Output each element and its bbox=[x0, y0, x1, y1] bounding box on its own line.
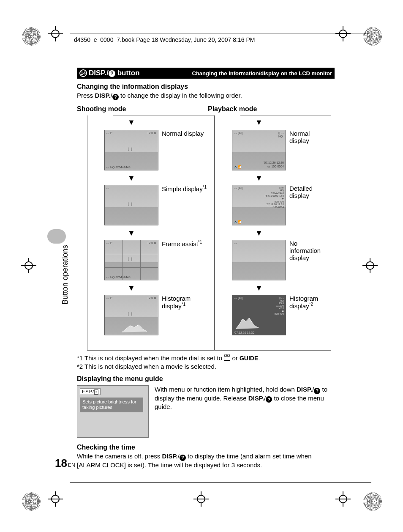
banner-title-part: button bbox=[115, 69, 140, 77]
crop-crosshair bbox=[49, 27, 62, 41]
screenshot-histogram-playback: ▭ [IN] ▯ ▭HQF5.61/1000+2.0✱ISO 400 '07.1… bbox=[232, 295, 286, 335]
screenshot-detailed-playback: ▭ [IN] ▯ ▭HQ3264×2448F5.6 1/1000 +2.0✱IS… bbox=[232, 185, 286, 225]
footer-rule bbox=[70, 482, 371, 483]
crop-starburst bbox=[363, 492, 382, 511]
label-histogram-display: Histogram display*2 bbox=[289, 295, 327, 310]
arrow-down-icon: ▼ bbox=[255, 284, 263, 293]
screenshot-normal-shooting: ▭ P +2.0 ⊛ [ ] ▭ HQ 3264×2448 bbox=[104, 130, 158, 170]
help-icon: ? bbox=[180, 455, 186, 461]
banner-title-part: DISP./ bbox=[89, 69, 109, 77]
banner-subtitle: Changing the information/display on the … bbox=[192, 70, 332, 77]
label-histogram-display: Histogram display*1 bbox=[162, 295, 211, 310]
crop-crosshair bbox=[194, 492, 208, 506]
crop-starburst bbox=[22, 27, 41, 46]
heading-checking-time: Checking the time bbox=[77, 444, 335, 451]
label-simple-display: Simple display*1 bbox=[162, 185, 207, 192]
arrow-down-icon: ▼ bbox=[128, 174, 135, 183]
footnotes: *1 This is not displayed when the mode d… bbox=[77, 354, 335, 371]
help-icon: ? bbox=[109, 70, 115, 77]
label-frame-assist: Frame assist*1 bbox=[162, 240, 202, 247]
screenshot-simple-shooting: ▭ [ ] bbox=[104, 185, 158, 225]
step-number-icon: 14 bbox=[79, 69, 87, 77]
heading-changing-info: Changing the information displays bbox=[77, 83, 335, 90]
instruction-text: Press DISP./? to change the display in t… bbox=[77, 91, 335, 100]
menu-guide-screenshot: ESP/• Sets picture brightness for taking… bbox=[77, 385, 149, 438]
screenshot-normal-playback: ▭ [IN] ▯ ▭HQ '07.12.26 12:30 ▭ 100-0004 … bbox=[232, 130, 286, 170]
arrow-down-icon: ▼ bbox=[128, 229, 135, 238]
help-icon: ? bbox=[112, 94, 119, 100]
menu-item-chip: ESP/• bbox=[80, 388, 101, 395]
header-text: d4350_e_0000_7.book Page 18 Wednesday, J… bbox=[74, 36, 255, 43]
label-normal-display: Normal display bbox=[289, 130, 327, 145]
crop-crosshair bbox=[363, 259, 377, 272]
sidebar-label: Button operations bbox=[61, 245, 70, 304]
heading-menu-guide: Displaying the menu guide bbox=[77, 375, 335, 383]
section-banner: 14 DISP./? button Changing the informati… bbox=[77, 68, 335, 79]
arrow-down-icon: ▼ bbox=[255, 174, 263, 183]
help-icon: ? bbox=[266, 396, 272, 403]
page-number: 18EN bbox=[55, 457, 75, 470]
arrow-down-icon: ▼ bbox=[255, 229, 263, 238]
display-cycle-diagram: ▼ ▭ P +2.0 ⊛ [ ] ▭ HQ 3264×2448 Normal d… bbox=[77, 115, 335, 351]
help-icon: ? bbox=[314, 388, 320, 394]
arrow-down-icon: ▼ bbox=[128, 118, 135, 127]
screenshot-no-info-playback: ▭ bbox=[232, 240, 286, 280]
label-normal-display: Normal display bbox=[162, 130, 204, 137]
menu-guide-desc: Sets picture brightness for taking pictu… bbox=[80, 398, 143, 412]
crop-crosshair bbox=[336, 492, 350, 506]
sidebar-tab bbox=[47, 229, 66, 244]
header-rule bbox=[70, 33, 371, 33]
crop-crosshair bbox=[49, 492, 62, 506]
shooting-mode-heading: Shooting mode bbox=[77, 105, 204, 113]
screenshot-histogram-shooting: ▭ P +2.0 ⊛ [ ] bbox=[104, 295, 158, 335]
movie-icon bbox=[224, 356, 230, 361]
screenshot-frame-assist: ▭ P +2.0 ⊛ [ ] ▭ HQ 3264×2448 bbox=[104, 240, 158, 280]
menu-guide-text: With menu or function item highlighted, … bbox=[155, 385, 335, 411]
playback-mode-heading: Playback mode bbox=[204, 105, 335, 113]
crop-crosshair bbox=[22, 259, 35, 272]
label-no-info-display: No information display bbox=[289, 240, 327, 262]
checking-time-text: While the camera is off, press DISP./? t… bbox=[77, 452, 335, 469]
arrow-down-icon: ▼ bbox=[255, 118, 263, 127]
arrow-down-icon: ▼ bbox=[128, 284, 135, 293]
crop-starburst bbox=[22, 492, 41, 511]
crop-starburst bbox=[363, 27, 382, 46]
crop-crosshair bbox=[336, 27, 350, 41]
label-detailed-display: Detailed display bbox=[289, 185, 327, 200]
